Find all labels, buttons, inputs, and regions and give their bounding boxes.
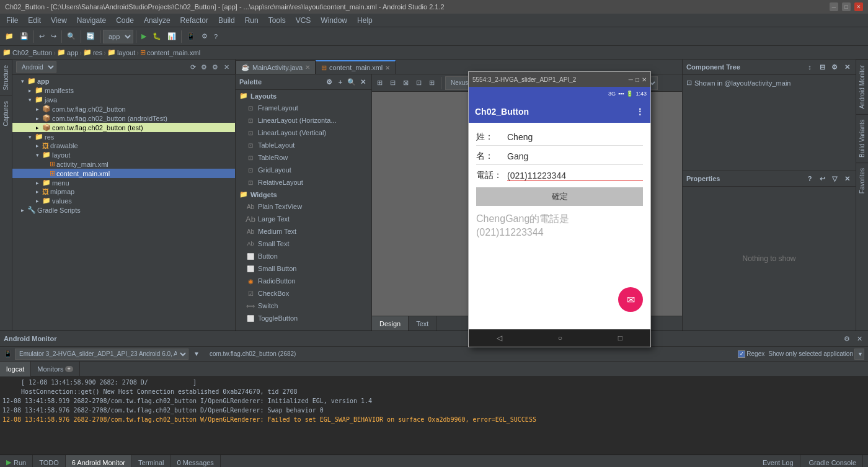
- component-tree-filter-icon[interactable]: ⊟: [817, 62, 827, 72]
- properties-undo-icon[interactable]: ↩: [817, 174, 827, 184]
- device-fab-button[interactable]: ✉: [618, 287, 643, 312]
- device-app-menu-icon[interactable]: ⋮: [636, 107, 644, 117]
- tree-item-pkg1[interactable]: ▸ 📦 com.tw.flag.ch02_button: [12, 104, 235, 113]
- tree-item-pkg3[interactable]: ▸ 📦 com.tw.flag.ch02_button (test): [12, 123, 235, 132]
- palette-item-gridlayout[interactable]: ⊡ GridLayout: [236, 164, 371, 176]
- todo-panel-tab[interactable]: TODO: [33, 455, 66, 468]
- breadcrumb-file[interactable]: ⊞ content_main.xml: [140, 48, 200, 56]
- device-maximize-btn[interactable]: □: [636, 76, 639, 83]
- palette-item-linearlayout-v[interactable]: ⊡ LinearLayout (Vertical): [236, 127, 371, 139]
- menu-help[interactable]: Help: [353, 15, 376, 26]
- project-settings-icon[interactable]: ⚙: [199, 62, 209, 72]
- gradle-console-tab[interactable]: Gradle Console: [803, 455, 863, 468]
- menu-view[interactable]: View: [47, 15, 71, 26]
- toolbar-sdk-btn[interactable]: ⚙: [199, 30, 210, 43]
- project-close-icon[interactable]: ✕: [221, 62, 231, 72]
- breadcrumb-project[interactable]: 📁 Ch02_Button: [2, 48, 52, 56]
- menu-refactor[interactable]: Refactor: [177, 15, 212, 26]
- tree-item-res[interactable]: ▾ 📁 res: [12, 132, 235, 141]
- menu-analyze[interactable]: Analyze: [140, 15, 174, 26]
- palette-close-icon[interactable]: ✕: [358, 77, 368, 87]
- design-tab-text[interactable]: Text: [409, 316, 436, 331]
- breadcrumb-layout[interactable]: 📁 layout: [107, 48, 135, 56]
- palette-section-layouts[interactable]: 📁 Layouts: [236, 90, 371, 102]
- component-tree-close-icon[interactable]: ✕: [842, 62, 852, 72]
- android-monitor-vtab[interactable]: Android Monitor: [856, 60, 868, 114]
- close-main-activity-tab[interactable]: ✕: [305, 64, 310, 71]
- palette-item-small-button[interactable]: ⬜ Small Button: [236, 262, 371, 275]
- tab-main-activity[interactable]: ☕ MainActivity.java ✕: [236, 60, 316, 74]
- device-close-btn[interactable]: ✕: [642, 76, 647, 83]
- menu-code[interactable]: Code: [112, 15, 138, 26]
- palette-item-medium-text[interactable]: Ab Medium Text: [236, 225, 371, 238]
- toolbar-undo-btn[interactable]: ↩: [37, 30, 47, 43]
- tree-item-gradle[interactable]: ▸ 🔧 Gradle Scripts: [12, 205, 235, 215]
- toolbar-search-btn[interactable]: 🔍: [64, 30, 78, 43]
- device-emulator-select[interactable]: Emulator 3_2-HVGA_slider_ADP1_API_23 And…: [15, 349, 188, 360]
- palette-add-icon[interactable]: +: [335, 77, 345, 87]
- menu-navigate[interactable]: Navigate: [73, 15, 110, 26]
- tab-content-main[interactable]: ⊞ content_main.xml ✕: [316, 60, 396, 74]
- menu-vcs[interactable]: VCS: [292, 15, 315, 26]
- project-view-select[interactable]: Android: [16, 61, 56, 73]
- editor-zoom-btn[interactable]: ⊞: [427, 77, 437, 89]
- tree-item-app[interactable]: ▾ 📁 app: [12, 76, 235, 86]
- bottom-panel-close-icon[interactable]: ✕: [854, 334, 864, 344]
- toolbar-open-btn[interactable]: 📁: [2, 30, 16, 43]
- palette-settings-icon[interactable]: ⚙: [324, 77, 334, 87]
- messages-panel-tab[interactable]: 0 Messages: [171, 455, 221, 468]
- toolbar-help-btn[interactable]: ?: [211, 30, 220, 43]
- palette-item-tablelayout[interactable]: ⊡ TableLayout: [236, 139, 371, 151]
- tree-item-activity-main[interactable]: ⊞ activity_main.xml: [12, 159, 235, 169]
- menu-build[interactable]: Build: [215, 15, 239, 26]
- design-tab-design[interactable]: Design: [372, 316, 409, 331]
- breadcrumb-res[interactable]: 📁 res: [83, 48, 102, 56]
- project-gear-icon[interactable]: ⚙: [210, 62, 220, 72]
- tree-item-java[interactable]: ▾ 📁 java: [12, 95, 235, 104]
- breadcrumb-app[interactable]: 📁 app: [57, 48, 78, 56]
- tree-item-manifests[interactable]: ▸ 📁 manifests: [12, 86, 235, 95]
- toolbar-debug-btn[interactable]: 🐛: [150, 30, 164, 43]
- palette-item-small-text[interactable]: Ab Small Text: [236, 238, 371, 250]
- nav-back-icon[interactable]: ◁: [497, 334, 502, 342]
- component-item-shown-in[interactable]: ⊡ Shown in @layout/activity_main: [686, 78, 852, 88]
- editor-grid-btn[interactable]: ⊡: [414, 77, 424, 89]
- tree-item-pkg2[interactable]: ▸ 📦 com.tw.flag.ch02_button (androidTest…: [12, 113, 235, 123]
- menu-file[interactable]: File: [2, 15, 22, 26]
- menu-window[interactable]: Window: [317, 15, 351, 26]
- properties-close-icon[interactable]: ✕: [842, 174, 852, 184]
- tree-item-mipmap[interactable]: ▸ 🖼 mipmap: [12, 187, 235, 196]
- device-confirm-button[interactable]: 確定: [476, 187, 643, 206]
- palette-item-togglebutton[interactable]: ⬜ ToggleButton: [236, 312, 371, 324]
- palette-item-large-text[interactable]: Ab Large Text: [236, 213, 371, 225]
- menu-run[interactable]: Run: [241, 15, 262, 26]
- device-dropdown-btn[interactable]: ▼: [191, 348, 202, 360]
- component-tree-sort-icon[interactable]: ↕: [805, 62, 815, 72]
- structure-tab[interactable]: Structure: [0, 60, 12, 96]
- palette-item-checkbox[interactable]: ☑ CheckBox: [236, 287, 371, 300]
- toolbar-profile-btn[interactable]: 📊: [165, 30, 179, 43]
- android-monitor-panel-tab[interactable]: 6 Android Monitor: [66, 455, 132, 468]
- palette-item-button[interactable]: ⬜ Button: [236, 250, 371, 262]
- editor-view-btn[interactable]: ⊠: [401, 77, 411, 89]
- regex-checkbox[interactable]: ✓: [738, 350, 745, 358]
- palette-item-relativelayout[interactable]: ⊡ RelativeLayout: [236, 176, 371, 189]
- editor-expand-btn[interactable]: ⊞: [374, 77, 385, 89]
- favorites-vtab[interactable]: Favorites: [856, 162, 868, 198]
- tree-item-values[interactable]: ▸ 📁 values: [12, 196, 235, 205]
- close-button[interactable]: ✕: [854, 2, 863, 11]
- palette-search-icon[interactable]: 🔍: [347, 77, 356, 87]
- captures-tab[interactable]: Captures: [0, 96, 12, 131]
- palette-item-linearlayout-h[interactable]: ⊡ LinearLayout (Horizonta...: [236, 114, 371, 127]
- toolbar-sync-btn[interactable]: 🔄: [84, 30, 97, 43]
- palette-item-radiobutton[interactable]: ◉ RadioButton: [236, 275, 371, 287]
- project-sync-icon[interactable]: ⟳: [188, 62, 198, 72]
- palette-item-plain-textview[interactable]: Ab Plain TextView: [236, 200, 371, 213]
- maximize-button[interactable]: □: [842, 2, 851, 11]
- logcat-tab[interactable]: logcat: [0, 362, 31, 376]
- palette-item-tablerow[interactable]: ⊡ TableRow: [236, 151, 371, 164]
- close-content-main-tab[interactable]: ✕: [385, 64, 390, 71]
- minimize-button[interactable]: ─: [830, 2, 838, 11]
- app-config-dropdown[interactable]: app: [103, 30, 133, 43]
- palette-section-widgets[interactable]: 📁 Widgets: [236, 189, 371, 200]
